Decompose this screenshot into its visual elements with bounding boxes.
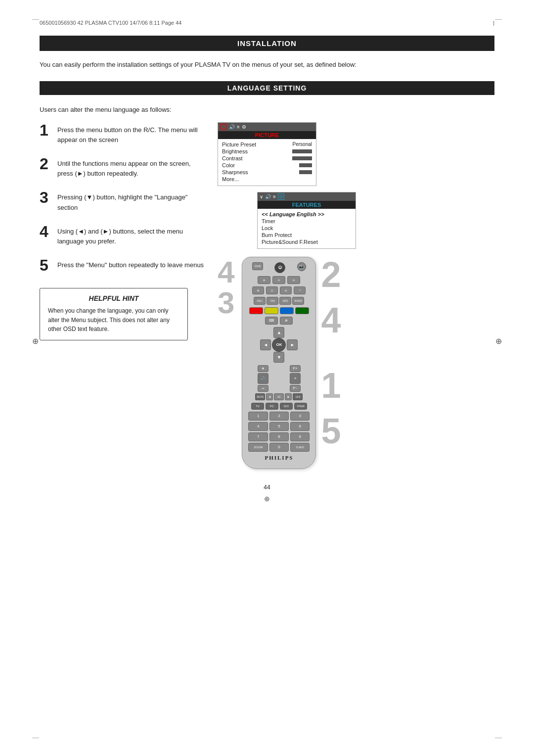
num-3-button[interactable]: 3 <box>290 412 310 421</box>
header-meta: 065001056930 42 PLASMA CTV100 14/7/06 8:… <box>40 20 494 26</box>
ypbr-button[interactable]: YPbR <box>294 403 307 410</box>
mute-button[interactable]: MUTE <box>255 393 265 400</box>
camera-button[interactable]: 📷 <box>297 262 306 271</box>
num-1-button[interactable]: 1 <box>248 412 267 421</box>
steps-column: 1 Press the menu button on the R/C. The … <box>40 122 208 469</box>
num-2-button[interactable]: 2 <box>269 412 289 421</box>
step-text-5: Press the "Menu" button repeatedly to le… <box>57 257 204 270</box>
red-button[interactable] <box>249 307 263 314</box>
step-text-4: Using (◄) and (►) buttons, select the me… <box>57 224 208 246</box>
remote-row-2: ⊞ ⊡ ⊟ <box>246 276 312 284</box>
pc-button[interactable]: PC <box>266 403 278 410</box>
16-9-button[interactable]: 16:9 <box>293 393 303 400</box>
step-overlays-left: 4 3 <box>218 257 234 318</box>
yellow-button[interactable] <box>265 307 278 314</box>
zoom-button[interactable]: ZOOM <box>248 443 267 452</box>
vol-icon: 🔊 <box>258 373 268 384</box>
ok-button[interactable]: OK <box>272 338 286 352</box>
picture-icon: 🖵 <box>220 124 227 130</box>
vol-controls: + 🔊 − <box>258 365 268 392</box>
step-text-2: Until the functions menu appear on the s… <box>57 156 208 179</box>
step-num-2: 2 <box>40 156 51 172</box>
corner-mark-tr: — <box>495 15 502 23</box>
tv-button[interactable]: TV <box>251 403 264 410</box>
ch-minus-button[interactable]: P− <box>290 385 301 392</box>
language-value: English <box>297 211 316 217</box>
dvi-button[interactable]: DVI <box>280 403 293 410</box>
power-button[interactable]: ⏻ <box>274 262 285 273</box>
blue-button[interactable] <box>280 307 294 314</box>
ch-icon: ≡ <box>290 373 301 384</box>
step-1: 1 Press the menu button on the R/C. The … <box>40 122 208 145</box>
right-button[interactable]: ► <box>287 339 298 350</box>
up-button[interactable]: ▲ <box>273 327 284 338</box>
btn-s4[interactable]: ? <box>294 286 306 294</box>
av-button[interactable]: AV <box>274 393 284 400</box>
step-text-1: Press the menu button on the R/C. The me… <box>57 122 208 145</box>
vol-minus-button[interactable]: − <box>258 385 268 392</box>
av-source-row: MUTE ◄ AV ► 16:9 <box>246 393 312 400</box>
big-num-5: 5 <box>321 413 341 449</box>
contrast-label: Contrast <box>222 155 243 161</box>
fav-plus-button[interactable]: FAV+ <box>254 297 266 305</box>
num-5-button[interactable]: 5 <box>269 422 289 431</box>
source-buttons-row: TV PC DVI YPbR <box>246 403 312 410</box>
ch-plus-button[interactable]: P+ <box>290 365 301 372</box>
list-icon: ≡ <box>237 124 240 130</box>
fav-button[interactable]: FAV <box>267 297 278 305</box>
right-column: 🖵 🔊 ≡ ⚙ PICTURE Picture Preset Personal … <box>218 122 494 469</box>
num-9-button[interactable]: 9 <box>290 432 310 441</box>
remote-misc-row: ⌨ ⊕ <box>246 317 312 325</box>
corner-mark-br: — <box>495 733 502 741</box>
num-6-button[interactable]: 6 <box>290 422 310 431</box>
num-4-button[interactable]: 4 <box>248 422 267 431</box>
green-button[interactable] <box>295 307 309 314</box>
color-label: Color <box>222 162 235 168</box>
users-label: Users can alter the menu language as fol… <box>40 106 494 113</box>
sound-icon: 🔊 <box>229 124 235 130</box>
sharpness-bar <box>299 170 312 174</box>
left-button[interactable]: ◄ <box>260 339 271 350</box>
dpad-middle-row: ◄ OK ► <box>260 338 298 352</box>
down-button[interactable]: ▼ <box>273 352 284 363</box>
preset-label: Picture Preset <box>222 142 256 147</box>
features-row-language: << Language English >> <box>262 211 352 217</box>
guide-button[interactable]: ⊕ <box>280 317 293 325</box>
btn-tele[interactable]: ⊞ <box>258 276 270 284</box>
num-8-button[interactable]: 8 <box>269 432 289 441</box>
dpad-top-row: ▲ <box>273 327 284 338</box>
big-num-2: 2 <box>321 257 341 292</box>
arrow-right-button[interactable]: ► <box>285 393 292 400</box>
arrow-left-button[interactable]: ◄ <box>266 393 273 400</box>
brightness-label: Brightness <box>222 148 248 154</box>
epg-button[interactable]: EPG <box>279 297 291 305</box>
sms-button[interactable]: S.M/S <box>290 443 310 452</box>
menu-row-preset: Picture Preset Personal <box>222 142 312 147</box>
btn-s3[interactable]: ⊟ <box>280 286 292 294</box>
crosshair-right: ⊕ <box>495 336 502 346</box>
num-0-button[interactable]: 0 <box>269 443 289 452</box>
brightness-bar <box>292 149 312 153</box>
btn-doc[interactable]: ⊟ <box>287 276 300 284</box>
btn-s2[interactable]: ⊡ <box>266 286 278 294</box>
picture-label: PICTURE <box>218 131 316 139</box>
sound-icon2: 🔊 <box>265 194 271 199</box>
step-num-5: 5 <box>40 257 51 273</box>
btn-txt[interactable]: ⊡ <box>272 276 285 284</box>
vol-plus-button[interactable]: + <box>258 365 268 372</box>
radio-button[interactable]: RADIO <box>292 297 304 305</box>
hint-box: HELPFUL HINT When you change the languag… <box>40 288 188 340</box>
step-2: 2 Until the functions menu appear on the… <box>40 156 208 179</box>
dvb-button[interactable]: DVB <box>252 262 263 270</box>
remote-section: 4 3 DVB ⏻ 📷 ⊞ ⊡ ⊟ ⊠ <box>218 257 494 469</box>
check-icon: ∨ <box>260 194 263 199</box>
list-icon2: ≡ <box>273 194 276 199</box>
content-area: 1 Press the menu button on the R/C. The … <box>40 122 494 469</box>
number-grid: 1 2 3 4 5 6 7 8 9 ZOOM 0 S.M/S <box>248 412 310 452</box>
num-7-button[interactable]: 7 <box>248 432 267 441</box>
kbd-button[interactable]: ⌨ <box>265 317 278 325</box>
step-4: 4 Using (◄) and (►) buttons, select the … <box>40 224 208 246</box>
btn-s1[interactable]: ⊠ <box>252 286 264 294</box>
big-num-1: 1 <box>321 368 341 403</box>
header-rule: | <box>493 20 494 26</box>
